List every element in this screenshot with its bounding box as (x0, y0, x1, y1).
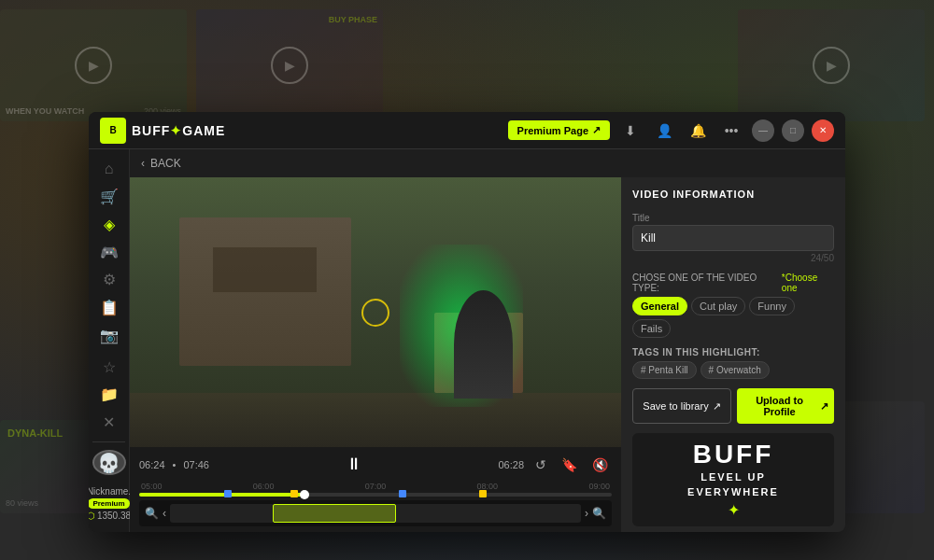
controls-top: 06:24 • 07:46 ⏸ 06 (139, 453, 612, 476)
maximize-button[interactable]: □ (782, 119, 804, 142)
marker-blue-2 (399, 490, 406, 497)
buff-sub-line1: LEVEL UP (700, 471, 766, 483)
user-button[interactable]: 👤 (651, 118, 677, 144)
upload-to-profile-button[interactable]: Upload to Profile ↗ (737, 388, 834, 424)
clip-range-bar[interactable] (170, 504, 581, 523)
sidebar-item-settings[interactable]: ⚙ (92, 268, 126, 292)
clip-range-wrapper: 🔍 ‹ › 🔍 (139, 500, 612, 526)
time-end: 07:46 (183, 459, 209, 470)
user-coins: ⬡ 1350.38 (89, 511, 131, 521)
hud-crosshair (361, 299, 389, 327)
download-button[interactable]: ⬇ (617, 118, 644, 144)
video-info-title: VIDEO INFORMATION (632, 189, 834, 200)
type-tags: General Cut play Funny Fails (632, 297, 834, 338)
type-tag-fails[interactable]: Fails (632, 319, 671, 338)
choose-one-label: *Choose one (782, 273, 834, 293)
app-logo: B BUFF✦GAME (100, 118, 225, 144)
zoom-out-button[interactable]: 🔍 (145, 507, 159, 520)
timeline-progress (139, 493, 304, 497)
bg-thumb-3: ▶ (738, 9, 925, 121)
video-type-section: CHOSE ONE OF THE VIDEO TYPE: *Choose one… (632, 273, 834, 338)
sidebar-item-shop[interactable]: 🛒 (92, 185, 126, 209)
sidebar-item-tasks[interactable]: 📋 (92, 296, 126, 320)
time-current: 06:28 (498, 459, 524, 470)
title-bar-actions: Premium Page ↗ ⬇ 👤 🔔 ••• — □ ✕ (508, 118, 834, 144)
sidebar-item-camera[interactable]: 📷 (92, 323, 126, 347)
tags-label: TAGS IN THIS HIGHLIGHT: (632, 347, 834, 357)
sidebar: ⌂ 🛒 ◈ 🎮 ⚙ 📋 📷 ☆ 📁 ✕ 💀 Nickname. Premium … (89, 149, 130, 532)
tl-label-4: 09:00 (588, 482, 610, 491)
action-buttons: Save to library ↗ Upload to Profile ↗ (632, 388, 834, 424)
play-pause-button[interactable]: ⏸ (342, 453, 366, 476)
char-count: 24/50 (632, 253, 834, 263)
volume-button[interactable]: 🔇 (588, 455, 612, 474)
save-to-library-button[interactable]: Save to library ↗ (632, 388, 731, 424)
back-navigation[interactable]: ‹ BACK (130, 149, 845, 177)
video-frame (130, 177, 621, 447)
title-input[interactable] (632, 225, 834, 251)
username: Nickname. (89, 486, 131, 497)
buff-big-text: BUFF (693, 441, 774, 468)
tags-section: TAGS IN THIS HIGHLIGHT: # Penta Kill # O… (632, 347, 834, 379)
sidebar-item-favorites[interactable]: ☆ (92, 355, 126, 379)
loop-button[interactable]: ↺ (531, 455, 550, 474)
tl-label-1: 06:00 (253, 482, 275, 491)
more-button[interactable]: ••• (718, 118, 744, 144)
tl-label-0: 05:00 (141, 482, 163, 491)
sidebar-item-folder[interactable]: 📁 (92, 383, 126, 407)
buff-promo-icon: ✦ (728, 501, 740, 519)
scene-character (454, 290, 513, 399)
bg-label-4: DYNA-KILL (7, 427, 63, 439)
zoom-in-button[interactable]: 🔍 (592, 507, 606, 520)
video-container (130, 177, 621, 447)
highlight-tags: # Penta Kill # Overwatch (632, 361, 834, 379)
close-button[interactable]: ✕ (812, 119, 834, 142)
type-tag-general[interactable]: General (632, 297, 687, 315)
upload-arrow-icon: ↗ (820, 400, 828, 413)
back-arrow-icon: ‹ (141, 157, 145, 170)
app-body: ⌂ 🛒 ◈ 🎮 ⚙ 📋 📷 ☆ 📁 ✕ 💀 Nickname. Premium … (89, 149, 845, 532)
video-controls: 06:24 • 07:46 ⏸ 06 (130, 447, 621, 532)
marker-blue-1 (224, 490, 232, 497)
sidebar-item-highlights[interactable]: ◈ (92, 212, 126, 236)
buff-sub-line2: EVERYWHERE (687, 486, 779, 497)
save-arrow-icon: ↗ (713, 400, 721, 413)
video-panel: 06:24 • 07:46 ⏸ 06 (130, 177, 621, 532)
tag-overwatch: # Overwatch (700, 361, 770, 379)
type-tag-funny[interactable]: Funny (749, 297, 795, 315)
minimize-button[interactable]: — (752, 119, 774, 142)
clip-range-active (273, 504, 396, 523)
premium-page-button[interactable]: Premium Page ↗ (508, 120, 610, 140)
logo-icon: B (100, 118, 126, 144)
timeline-wrapper[interactable]: 05:00 06:00 07:00 08:00 09:00 (139, 482, 612, 497)
marker-yellow-2 (479, 490, 487, 497)
user-info: Nickname. Premium ⬡ 1350.38 (89, 483, 131, 525)
bookmark-button[interactable]: 🔖 (558, 455, 581, 474)
right-panel: VIDEO INFORMATION Title 24/50 CHOSE ONE … (621, 177, 845, 532)
time-sep: • (173, 459, 177, 470)
bg-label-2: BUY PHASE (329, 15, 377, 24)
clip-left-arrow[interactable]: ‹ (163, 507, 166, 520)
logo-text: BUFF✦GAME (132, 123, 225, 138)
notifications-button[interactable]: 🔔 (685, 118, 711, 144)
back-label: BACK (150, 157, 181, 170)
timeline-labels: 05:00 06:00 07:00 08:00 09:00 (139, 482, 612, 491)
sidebar-item-close[interactable]: ✕ (92, 411, 126, 435)
user-badge: Premium (89, 498, 130, 509)
time-start: 06:24 (139, 459, 165, 470)
sidebar-item-games[interactable]: 🎮 (92, 240, 126, 264)
title-input-group: Title 24/50 (632, 213, 834, 263)
bg-label-1: WHEN YOU WATCH (6, 106, 84, 116)
buff-promo: BUFF LEVEL UP EVERYWHERE ✦ (632, 433, 834, 526)
bg-thumb-1: ▶ WHEN YOU WATCH 200 views (0, 9, 187, 121)
user-avatar[interactable]: 💀 (92, 450, 126, 475)
tag-penta-kill: # Penta Kill (632, 361, 697, 379)
sidebar-item-home[interactable]: ⌂ (92, 157, 126, 181)
timeline-thumb[interactable] (300, 490, 309, 499)
title-label: Title (632, 213, 834, 223)
app-window: B BUFF✦GAME Premium Page ↗ ⬇ 👤 🔔 ••• — □… (89, 112, 845, 532)
type-tag-cutplay[interactable]: Cut play (691, 297, 745, 315)
scene-building (179, 217, 351, 366)
timeline-bar[interactable] (139, 493, 612, 497)
clip-right-arrow[interactable]: › (585, 507, 588, 520)
